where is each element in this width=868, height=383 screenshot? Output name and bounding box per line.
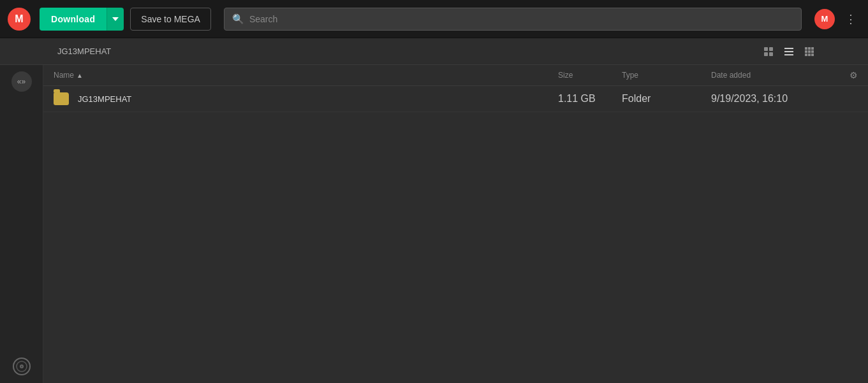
breadcrumb-bar: JG13MPEHAT [0, 38, 868, 65]
svg-rect-7 [805, 47, 807, 50]
user-avatar[interactable]: M [814, 9, 835, 29]
top-right-icons: M ⋮ [814, 9, 860, 29]
file-table: Name ▲ Size Type Date added ⚙ JG13MPEHAT… [43, 65, 868, 112]
svg-rect-10 [805, 50, 807, 53]
column-gear: ⚙ [839, 70, 858, 80]
table-header: Name ▲ Size Type Date added ⚙ [43, 65, 868, 86]
download-dropdown-button[interactable] [107, 8, 124, 31]
svg-point-19 [20, 366, 22, 368]
sidebar-bottom [11, 356, 32, 377]
search-input[interactable] [249, 14, 793, 24]
svg-rect-2 [764, 52, 768, 56]
svg-rect-12 [811, 50, 814, 53]
settings-button[interactable]: ⚙ [850, 70, 858, 80]
download-button[interactable]: Download [40, 8, 107, 31]
grid-view-button[interactable] [802, 44, 817, 59]
svg-rect-8 [808, 47, 811, 50]
content-panel: Name ▲ Size Type Date added ⚙ JG13MPEHAT… [43, 65, 868, 383]
more-options-button[interactable]: ⋮ [842, 10, 860, 29]
list-view-button[interactable] [781, 44, 797, 59]
svg-rect-6 [784, 54, 793, 55]
column-type[interactable]: Type [622, 71, 711, 80]
file-date-added: 9/19/2023, 16:10 [711, 93, 839, 105]
svg-rect-11 [808, 50, 811, 53]
svg-rect-14 [808, 54, 811, 56]
main-area: «» Name ▲ Size Type Da [0, 65, 868, 383]
search-bar: 🔍 [224, 8, 802, 31]
vinyl-icon[interactable] [11, 356, 32, 377]
breadcrumb: JG13MPEHAT [57, 47, 111, 56]
save-to-mega-button[interactable]: Save to MEGA [130, 8, 211, 31]
file-size: 1.11 GB [558, 93, 622, 105]
svg-rect-13 [805, 54, 807, 56]
svg-rect-15 [811, 54, 814, 56]
svg-rect-3 [769, 52, 773, 56]
file-rows: JG13MPEHAT 1.11 GB Folder 9/19/2023, 16:… [43, 86, 868, 112]
thumbnail-view-button[interactable] [761, 44, 776, 59]
svg-rect-1 [769, 47, 773, 51]
mega-logo[interactable]: M [8, 8, 31, 31]
file-name-cell: JG13MPEHAT [54, 92, 558, 105]
topbar: M Download Save to MEGA 🔍 M ⋮ [0, 0, 868, 38]
view-icons [761, 44, 817, 59]
column-name[interactable]: Name ▲ [54, 71, 558, 80]
svg-rect-0 [764, 47, 768, 51]
table-row[interactable]: JG13MPEHAT 1.11 GB Folder 9/19/2023, 16:… [43, 86, 868, 112]
file-name-label: JG13MPEHAT [78, 94, 131, 104]
svg-rect-5 [784, 51, 793, 52]
download-btn-group: Download [40, 8, 124, 31]
column-date-added[interactable]: Date added [711, 71, 839, 80]
search-icon: 🔍 [232, 13, 244, 25]
column-size[interactable]: Size [558, 71, 622, 80]
sidebar-toggle-button[interactable]: «» [11, 71, 32, 92]
folder-icon [54, 92, 69, 105]
sort-arrow: ▲ [77, 72, 83, 79]
sidebar: «» [0, 65, 43, 383]
svg-rect-4 [784, 48, 793, 49]
file-type: Folder [622, 93, 711, 105]
svg-rect-9 [811, 47, 814, 50]
